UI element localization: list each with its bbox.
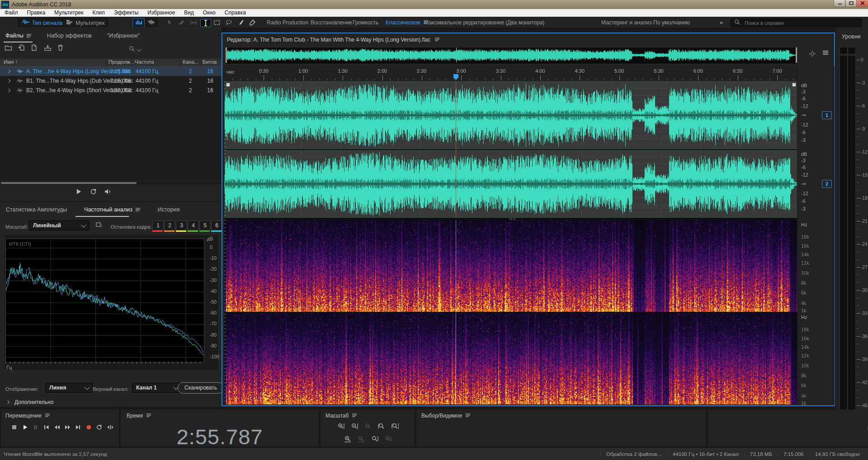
time-selection-tool[interactable] [200, 19, 211, 27]
title-bar[interactable]: Au Adobe Audition CC 2018 [0, 0, 868, 9]
fade-out-handle[interactable] [792, 83, 796, 87]
workspace-4[interactable]: Классическое [386, 19, 429, 26]
new-file-button[interactable] [31, 44, 38, 52]
delete-button[interactable] [57, 44, 64, 52]
playhead-line-waveform[interactable] [456, 81, 456, 218]
help-search-input[interactable] [744, 20, 845, 26]
menu-Файл[interactable]: Файл [0, 9, 23, 17]
workspace-1[interactable]: Radio Production [267, 19, 308, 26]
column-header-1[interactable]: Имя ↑ [4, 59, 108, 66]
row-expander-icon[interactable] [7, 79, 10, 83]
column-header-5[interactable]: Битов [203, 59, 222, 66]
fade-in-handle[interactable] [226, 83, 230, 87]
preview-play-button[interactable] [75, 188, 82, 197]
advanced-expander[interactable]: Дополнительно [6, 399, 53, 405]
timeline-ruler[interactable]: чмс [222, 66, 797, 81]
tab-Набор эффектов[interactable]: Набор эффектов [47, 33, 92, 39]
list-view-icon[interactable] [822, 50, 829, 56]
top-channel-dropdown[interactable]: Канал 1 [132, 383, 182, 393]
close-button[interactable] [856, 0, 868, 7]
row-expander-icon[interactable] [7, 70, 10, 73]
panel-menu-icon[interactable] [45, 413, 50, 419]
record-button[interactable] [85, 424, 92, 432]
menu-Правка[interactable]: Правка [23, 9, 50, 17]
hold-frame-button-1[interactable]: 1 [152, 221, 164, 230]
rewind-button[interactable] [53, 424, 61, 432]
tab-История[interactable]: История [158, 207, 179, 213]
slip-tool[interactable] [189, 19, 198, 26]
menu-Клип[interactable]: Клип [88, 9, 109, 17]
razor-tool[interactable] [177, 19, 187, 26]
hold-frame-button-3[interactable]: 3 [176, 221, 187, 230]
tab-Файлы[interactable]: Файлы [5, 33, 32, 39]
shuttle-button[interactable] [107, 424, 114, 432]
spectral-channel-1[interactable] [224, 220, 797, 312]
waveform-channel-1[interactable] [224, 81, 797, 149]
overview-waveform[interactable] [226, 47, 796, 63]
zoom-in-left-edge-button[interactable] [378, 422, 385, 431]
pause-button[interactable] [32, 424, 39, 432]
show-waveform-display-button[interactable] [145, 18, 157, 28]
overview-navigator[interactable] [225, 47, 797, 64]
tab-Избранное[interactable]: "Избранное" [107, 33, 140, 39]
workspace-overflow-button[interactable]: » [720, 19, 723, 26]
help-search-box[interactable] [731, 19, 862, 27]
menu-Вид[interactable]: Вид [179, 9, 198, 17]
tab-Частотный анализ[interactable]: Частотный анализ [84, 207, 141, 213]
lasso-selection-tool[interactable] [224, 19, 234, 26]
clip-indicator-left[interactable] [840, 47, 848, 54]
preview-autoplay-button[interactable] [104, 188, 112, 197]
menu-Мультитрек[interactable]: Мультитрек [50, 9, 88, 17]
clip-indicator-right[interactable] [848, 47, 856, 54]
menu-Эффекты[interactable]: Эффекты [109, 9, 143, 17]
files-search-button[interactable] [128, 45, 141, 54]
workspace-6[interactable]: Мастеринг и анализ [601, 19, 652, 26]
spectral-channel-1-display[interactable] [224, 220, 797, 312]
hold-frame-button-2[interactable]: 2 [164, 221, 175, 230]
zoom-reset-icon[interactable] [808, 50, 816, 58]
multitrack-view-button[interactable]: Мультитрек [62, 18, 108, 28]
workspace-2[interactable]: Восстановление [311, 19, 352, 26]
overview-right-handle[interactable] [796, 47, 797, 63]
panel-menu-icon[interactable] [434, 37, 440, 43]
workspace-7[interactable]: По умолчанию [653, 19, 690, 26]
file-row-2[interactable]: B1. The...The 4-Way Hips (Dub Version).f… [0, 76, 222, 85]
import-basket-button[interactable] [44, 44, 52, 52]
scale-dropdown[interactable]: Линейный [29, 221, 90, 230]
files-hscrollbar[interactable] [0, 182, 222, 184]
overview-left-handle[interactable] [226, 47, 227, 63]
files-hscrollbar-thumb[interactable] [1, 182, 137, 184]
zoom-in-vertical-button[interactable] [385, 435, 392, 444]
spectral-channel-2[interactable] [224, 313, 797, 404]
loop-playback-button[interactable] [96, 424, 103, 432]
row-expander-icon[interactable] [7, 89, 10, 92]
import-file-button[interactable] [18, 44, 25, 52]
copy-graph-icon[interactable] [95, 221, 104, 231]
files-table-header[interactable]: Имя ↑Продолж...ЧастотаКана...Битов [0, 59, 222, 67]
open-file-button[interactable] [5, 44, 12, 52]
menu-Избранное[interactable]: Избранное [143, 9, 179, 17]
level-meter-left[interactable] [840, 55, 848, 445]
editor-header[interactable]: Редактор: A. The Tom Tom Club - The Man … [222, 33, 834, 46]
maximize-button[interactable] [845, 0, 857, 7]
divider-handle[interactable] [509, 218, 515, 220]
zoom-in-right-edge-button[interactable] [371, 435, 378, 444]
waveform-channel-2[interactable] [224, 150, 797, 218]
marquee-selection-tool[interactable] [212, 19, 222, 26]
hold-frame-button-6[interactable]: 6 [211, 221, 222, 230]
waveform-channel-1-display[interactable] [224, 82, 797, 149]
current-time-display[interactable]: 2:55.787 [121, 424, 319, 449]
spot-healing-brush-tool[interactable] [247, 19, 257, 26]
level-meter-right[interactable] [848, 55, 856, 445]
panel-menu-icon[interactable] [352, 413, 357, 419]
column-header-3[interactable]: Частота [135, 59, 180, 66]
panel-menu-icon[interactable] [465, 413, 471, 419]
skip-to-end-button[interactable] [75, 424, 81, 432]
zoom-in-time-button[interactable] [344, 435, 351, 444]
zoom-in-amplitude-button[interactable] [337, 422, 344, 431]
file-row-3[interactable]: B2. The...he 4-Way Hips (Short Version).… [0, 85, 222, 95]
zoom-out-amplitude-button[interactable] [351, 422, 358, 431]
stop-button[interactable] [11, 424, 18, 432]
waveform-channel-2-display[interactable] [224, 150, 797, 217]
workspace-5[interactable]: Максимальное редактирование (Два монитор… [424, 19, 544, 26]
